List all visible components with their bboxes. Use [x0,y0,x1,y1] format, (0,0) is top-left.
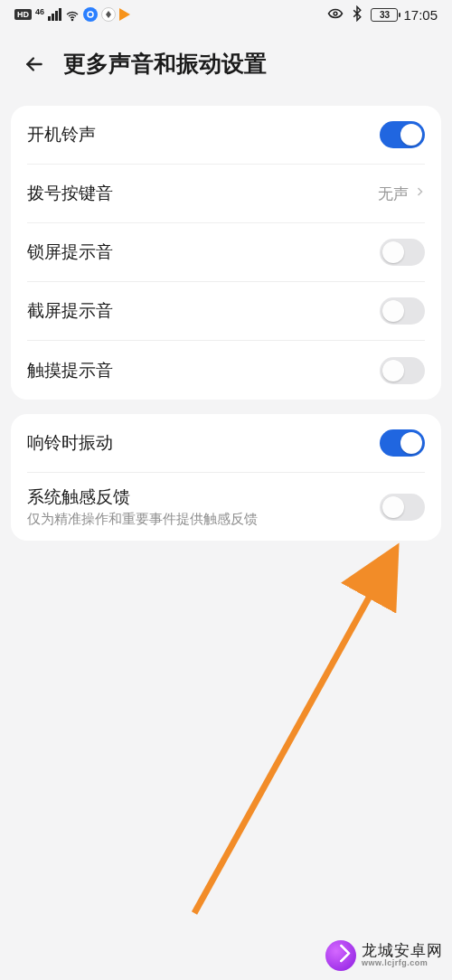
watermark: 龙城安卓网 www.lcjrfg.com [325,940,443,971]
eye-comfort-icon [327,5,344,24]
toggle-haptic-feedback[interactable] [380,494,425,521]
row-boot-ringtone[interactable]: 开机铃声 [27,106,425,165]
network-type: 46 [35,7,44,16]
page-title: 更多声音和振动设置 [63,49,267,79]
status-left: HD 46 [14,7,130,22]
status-right: 33 17:05 [327,5,438,24]
label-haptic-feedback: 系统触感反馈 [27,485,258,509]
svg-point-1 [88,12,93,17]
settings-group-sounds: 开机铃声 拨号按键音 无声 锁屏提示音 截屏提示音 触摸提示音 [11,106,441,400]
settings-group-vibration: 响铃时振动 系统触感反馈 仅为精准操作和重要事件提供触感反馈 [11,414,441,541]
row-vibrate-on-ring[interactable]: 响铃时振动 [27,414,425,473]
back-button[interactable] [22,52,47,77]
watermark-url: www.lcjrfg.com [362,959,443,967]
chevron-right-icon [414,184,425,203]
app-icon-2 [101,7,116,22]
label-boot-ringtone: 开机铃声 [27,123,96,146]
play-icon [119,8,130,21]
watermark-name: 龙城安卓网 [362,943,443,959]
wifi-icon [65,9,80,20]
label-lock-sound: 锁屏提示音 [27,240,113,264]
label-touch-sound: 触摸提示音 [27,359,113,382]
svg-line-4 [194,565,387,913]
label-dial-tone: 拨号按键音 [27,182,113,205]
status-bar: HD 46 33 17:05 [0,0,452,29]
label-vibrate-on-ring: 响铃时振动 [27,431,113,455]
row-screenshot-sound[interactable]: 截屏提示音 [27,282,425,341]
bluetooth-icon [349,5,365,24]
toggle-screenshot-sound[interactable] [380,297,425,325]
label-screenshot-sound: 截屏提示音 [27,299,113,323]
battery-icon: 33 [371,8,398,22]
value-dial-tone: 无声 [378,184,409,204]
hd-badge: HD [14,9,32,20]
desc-haptic-feedback: 仅为精准操作和重要事件提供触感反馈 [27,511,258,528]
watermark-logo-icon [325,940,356,971]
app-icon-1 [83,7,98,22]
svg-point-0 [71,19,72,20]
toggle-boot-ringtone[interactable] [380,121,425,148]
toggle-touch-sound[interactable] [380,357,425,384]
toggle-lock-sound[interactable] [380,239,425,266]
toggle-vibrate-on-ring[interactable] [380,429,425,457]
page-header: 更多声音和振动设置 [0,29,452,99]
row-haptic-feedback[interactable]: 系统触感反馈 仅为精准操作和重要事件提供触感反馈 [27,473,425,541]
clock: 17:05 [403,7,438,23]
row-dial-tone[interactable]: 拨号按键音 无声 [27,165,425,223]
row-touch-sound[interactable]: 触摸提示音 [27,341,425,400]
signal-icon [48,8,61,21]
svg-point-2 [334,12,338,15]
row-lock-sound[interactable]: 锁屏提示音 [27,223,425,282]
